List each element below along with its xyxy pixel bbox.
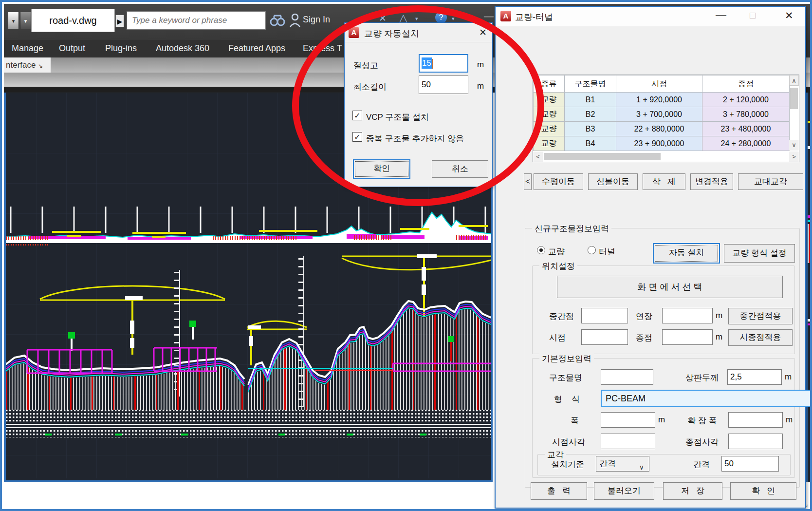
table-row[interactable]: 교량 B3 22 + 880,0000 23 + 480,0000 xyxy=(534,122,790,136)
gap-input[interactable] xyxy=(721,456,779,472)
load-button[interactable]: 불러오기 xyxy=(594,482,654,500)
vcp-checkbox[interactable]: ✓ xyxy=(352,111,362,120)
menu-tab-autodesk360[interactable]: Autodesk 360 xyxy=(156,43,209,54)
cell-name[interactable]: B2 xyxy=(565,107,616,122)
panel-close-icon[interactable]: ✕ xyxy=(785,10,794,21)
cell-name[interactable]: B3 xyxy=(565,122,616,136)
start-input[interactable] xyxy=(581,329,628,345)
extension-input[interactable] xyxy=(662,308,713,323)
cancel-button[interactable]: 취소 xyxy=(432,160,488,178)
col-header-name[interactable]: 구조물명 xyxy=(565,76,616,93)
play-icon: ▶ xyxy=(117,18,123,25)
radio-tunnel[interactable] xyxy=(588,246,596,254)
min-length-input[interactable] xyxy=(419,76,468,94)
cell-start[interactable]: 23 + 900,0000 xyxy=(616,136,702,151)
auto-install-button[interactable]: 자동 설치 xyxy=(653,243,720,264)
help-icon[interactable]: ? xyxy=(435,12,447,23)
radio-tunnel-label[interactable]: 터널 xyxy=(599,246,615,257)
install-basis-select[interactable]: 간격 ∨ xyxy=(596,456,649,472)
apply-change-button[interactable]: 변경적용 xyxy=(690,173,733,190)
extended-width-label: 확 장 폭 xyxy=(687,415,717,426)
select-on-screen-button[interactable]: 화 면 에 서 선 택 xyxy=(557,276,783,298)
cell-type[interactable]: 교량 xyxy=(534,107,565,122)
extended-width-input[interactable] xyxy=(728,412,783,428)
text-caret xyxy=(432,59,433,69)
panel-title-bar[interactable]: A 교량-터널 — □ ✕ xyxy=(496,7,805,26)
end-skew-input[interactable] xyxy=(728,434,783,449)
no-duplicate-checkbox-label: 중복 구조물 추가하지 않음 xyxy=(366,133,464,144)
quick-access-dropdown-1[interactable]: ▾ xyxy=(8,12,19,29)
end-input[interactable] xyxy=(662,329,713,345)
table-hscroll-thumb[interactable] xyxy=(544,153,661,160)
window-minimize-icon[interactable]: — xyxy=(484,11,494,22)
cut-fill-height-input[interactable]: 15 xyxy=(419,54,468,73)
table-vscroll-thumb[interactable] xyxy=(790,88,798,109)
menu-tab-express-tools[interactable]: Express T xyxy=(303,43,342,54)
cell-type[interactable]: 교량 xyxy=(534,136,565,151)
end-label: 종점 xyxy=(636,332,652,343)
abutment-pier-button[interactable]: 교대교각 xyxy=(738,173,803,190)
confirm-button[interactable]: 확 인 xyxy=(730,482,796,500)
width-input[interactable] xyxy=(601,412,655,428)
radio-bridge-label[interactable]: 교량 xyxy=(548,246,565,257)
move-symbol-button[interactable]: 심볼이동 xyxy=(588,173,638,190)
col-header-type[interactable]: 종류 xyxy=(534,76,565,93)
apply-start-end-button[interactable]: 시종점적용 xyxy=(728,329,793,346)
cell-end[interactable]: 23 + 480,0000 xyxy=(702,122,790,136)
apply-midpoint-button[interactable]: 중간점적용 xyxy=(728,308,793,324)
chevron-down-icon[interactable]: ▾ xyxy=(415,16,418,22)
table-row[interactable]: 교량 B2 3 + 700,0000 3 + 780,0000 xyxy=(534,107,790,122)
dialog-title-bar[interactable]: A 교량 자동설치 ✕ xyxy=(345,23,492,42)
auto-install-dialog: A 교량 자동설치 ✕ 절성고 15 m 최소길이 m ✓ VCP 구조물 설치… xyxy=(344,22,493,187)
cell-type[interactable]: 교량 xyxy=(534,93,565,107)
menu-tab-plugins[interactable]: Plug-ins xyxy=(105,43,137,54)
no-duplicate-checkbox[interactable]: ✓ xyxy=(352,132,362,142)
cell-start[interactable]: 3 + 700,0000 xyxy=(616,107,702,122)
cell-name[interactable]: B4 xyxy=(565,136,616,151)
quick-access-dropdown-2[interactable]: ▾ xyxy=(20,12,31,29)
panel-expand-icon[interactable]: ↘ xyxy=(38,62,43,69)
table-scroll-left[interactable]: < xyxy=(533,151,543,162)
menu-tab-output[interactable]: Output xyxy=(59,43,85,54)
radio-bridge[interactable] xyxy=(537,246,545,254)
save-button[interactable]: 저 장 xyxy=(663,482,722,500)
panel-minimize-icon[interactable]: — xyxy=(716,9,726,21)
table-scroll-right[interactable]: > xyxy=(789,151,799,162)
panel-maximize-icon[interactable]: □ xyxy=(750,10,756,21)
start-skew-label: 시점사각 xyxy=(552,436,585,448)
menu-tab-manage[interactable]: Manage xyxy=(12,43,43,54)
search-binoculars-icon[interactable] xyxy=(270,14,285,27)
move-horizontal-button[interactable]: 수평이동 xyxy=(534,173,583,190)
cell-end[interactable]: 2 + 120,0000 xyxy=(702,93,790,107)
search-input[interactable] xyxy=(127,11,266,30)
cell-type[interactable]: 교량 xyxy=(534,122,565,136)
toolbar-clipped-button[interactable]: < xyxy=(524,173,532,190)
table-scroll-up[interactable]: ∧ xyxy=(789,75,799,86)
ribbon-panel-interface[interactable]: nterface ↘ xyxy=(4,57,51,73)
scroll-left-icon: < xyxy=(525,177,530,186)
chevron-down-icon[interactable]: ▾ xyxy=(452,16,455,22)
structure-name-input[interactable] xyxy=(601,369,653,385)
ok-button[interactable]: 확인 xyxy=(353,159,410,179)
cell-start[interactable]: 1 + 920,0000 xyxy=(616,93,702,107)
output-button[interactable]: 출 력 xyxy=(531,482,587,500)
midpoint-input[interactable] xyxy=(581,308,628,323)
cell-name[interactable]: B1 xyxy=(565,93,616,107)
col-header-start[interactable]: 시점 xyxy=(616,76,702,93)
start-skew-input[interactable] xyxy=(601,434,655,449)
bridge-type-select[interactable]: PC-BEAM ∨ xyxy=(601,390,812,407)
menu-tab-featured-apps[interactable]: Featured Apps xyxy=(228,43,285,54)
sign-in-link[interactable]: Sign In xyxy=(303,15,330,25)
col-header-end[interactable]: 종점 xyxy=(702,76,790,93)
delete-button[interactable]: 삭 제 xyxy=(643,173,685,190)
cell-start[interactable]: 22 + 880,0000 xyxy=(616,122,702,136)
cell-end[interactable]: 3 + 780,0000 xyxy=(702,107,790,122)
filename-expand-button[interactable]: ▶ xyxy=(115,15,124,27)
dialog-close-icon[interactable]: ✕ xyxy=(479,27,487,38)
table-row[interactable]: 교량 B4 23 + 900,0000 24 + 280,0000 xyxy=(534,136,790,151)
deck-thickness-input[interactable] xyxy=(727,369,782,385)
table-scroll-down[interactable]: ∨ xyxy=(789,140,799,151)
bridge-type-settings-button[interactable]: 교량 형식 설정 xyxy=(724,244,795,263)
table-row[interactable]: 교량 B1 1 + 920,0000 2 + 120,0000 xyxy=(534,93,790,107)
cell-end[interactable]: 24 + 280,0000 xyxy=(702,136,790,151)
